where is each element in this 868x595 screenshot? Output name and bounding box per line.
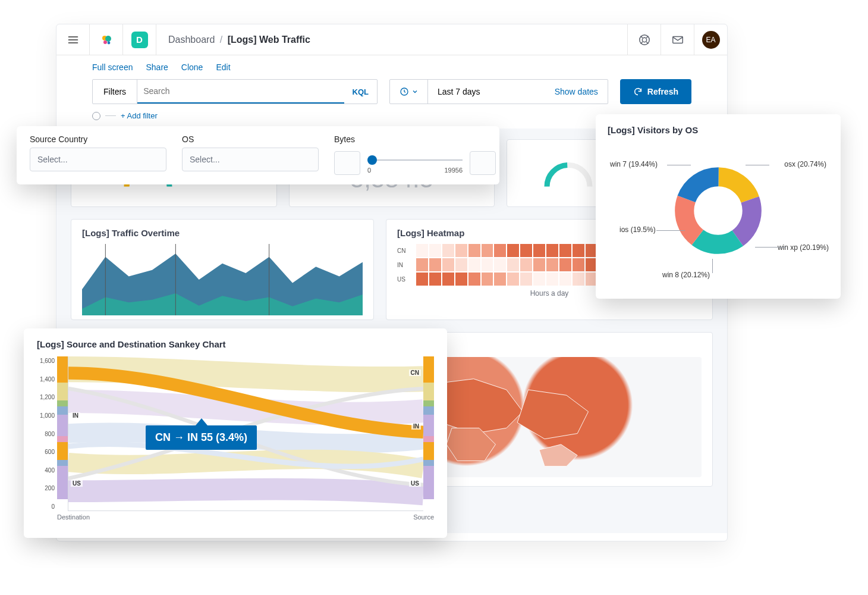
heatmap-cell xyxy=(482,244,493,257)
filter-chip-handle[interactable] xyxy=(92,112,100,120)
source-country-select[interactable]: Select... xyxy=(30,148,166,171)
filters-label[interactable]: Filters xyxy=(93,80,137,104)
sankey-card: [Logs] Source and Destination Sankey Cha… xyxy=(24,328,447,538)
heatmap-cell xyxy=(559,273,571,286)
traffic-chart xyxy=(82,244,363,315)
sankey-title: [Logs] Source and Destination Sankey Cha… xyxy=(37,339,434,349)
donut-label-win7: win 7 (19.44%) xyxy=(610,160,658,168)
full-screen-link[interactable]: Full screen xyxy=(92,62,133,72)
heatmap-cell xyxy=(442,273,454,286)
heatmap-cell xyxy=(468,258,480,271)
breadcrumb-root[interactable]: Dashboard xyxy=(168,35,215,45)
refresh-label: Refresh xyxy=(647,87,678,96)
app-letter-badge: D xyxy=(131,32,148,48)
refresh-button[interactable]: Refresh xyxy=(620,79,691,104)
heatmap-cell xyxy=(533,244,545,257)
sankey-left-nodes xyxy=(57,356,68,511)
brand-logo[interactable] xyxy=(90,24,123,55)
heatmap-cell xyxy=(482,273,493,286)
svg-point-2 xyxy=(103,40,107,44)
heatmap-cell xyxy=(520,273,532,286)
heatmap-cell xyxy=(455,258,467,271)
heatmap-cell xyxy=(482,258,493,271)
os-control: OS Select... xyxy=(182,134,319,176)
share-link[interactable]: Share xyxy=(146,62,168,72)
date-picker[interactable]: Last 7 days Show dates xyxy=(389,79,608,104)
heatmap-ylabel: IN xyxy=(397,258,415,271)
traffic-panel: [Logs] Traffic Overtime xyxy=(71,219,374,320)
query-row: Filters KQL Last 7 days Show dates Refre… xyxy=(56,79,727,111)
slider-knob[interactable] xyxy=(367,155,377,165)
menu-button[interactable] xyxy=(56,24,90,55)
heatmap-cell xyxy=(442,244,454,257)
heatmap-cell xyxy=(507,244,519,257)
heatmap-cell xyxy=(573,244,584,257)
sankey-yaxis: 1,6001,4001,2001,0008006004002000 xyxy=(37,356,57,511)
heatmap-cell xyxy=(546,244,558,257)
bytes-min-input[interactable] xyxy=(334,151,360,175)
clone-link[interactable]: Clone xyxy=(181,62,203,72)
os-label: OS xyxy=(182,134,319,144)
hamburger-icon xyxy=(67,34,79,46)
sankey-plot[interactable]: IN US CN IN US CN → IN 55 (3.4%) xyxy=(68,356,423,511)
heatmap-cell xyxy=(494,258,506,271)
bytes-label: Bytes xyxy=(334,134,496,144)
heatmap-ylabel: CN xyxy=(397,244,415,257)
gauge-3 xyxy=(542,152,595,194)
bytes-max-input[interactable] xyxy=(470,151,496,175)
heatmap-cell xyxy=(416,258,428,271)
search-input[interactable] xyxy=(137,80,344,102)
source-country-control: Source Country Select... xyxy=(30,134,166,176)
elastic-icon xyxy=(99,33,114,47)
donut-chart: win 7 (19.44%) osx (20.74%) win xp (20.1… xyxy=(608,142,829,279)
node-left-in: IN xyxy=(71,412,80,419)
heatmap-cell xyxy=(429,273,441,286)
svg-point-3 xyxy=(107,41,110,44)
date-quick-button[interactable] xyxy=(390,80,428,104)
sankey-tooltip: CN → IN 55 (3.4%) xyxy=(146,425,257,450)
donut-label-win8: win 8 (20.12%) xyxy=(662,271,710,279)
date-range-text: Last 7 days xyxy=(428,87,545,96)
inbox-button[interactable] xyxy=(661,24,694,55)
kql-toggle[interactable]: KQL xyxy=(344,80,377,104)
node-right-in: IN xyxy=(411,423,421,430)
heatmap-cell xyxy=(559,244,571,257)
mail-icon xyxy=(671,33,684,46)
traffic-title: [Logs] Traffic Overtime xyxy=(82,228,363,238)
heatmap-cell xyxy=(416,273,428,286)
lifebuoy-icon xyxy=(638,33,651,46)
edit-link[interactable]: Edit xyxy=(216,62,230,72)
donut-title: [Logs] Visitors by OS xyxy=(608,125,829,135)
app-switcher[interactable]: D xyxy=(123,24,156,55)
heatmap-ylabel: US xyxy=(397,273,415,286)
donut-label-ios: ios (19.5%) xyxy=(619,226,656,234)
heatmap-cell xyxy=(520,244,532,257)
bytes-slider[interactable]: 019956 xyxy=(367,148,463,175)
heatmap-cell xyxy=(455,273,467,286)
heatmap-cell xyxy=(468,244,480,257)
heatmap-cell xyxy=(559,258,571,271)
os-select[interactable]: Select... xyxy=(182,148,319,171)
heatmap-cell xyxy=(533,258,545,271)
heatmap-cell xyxy=(573,258,584,271)
bytes-min: 0 xyxy=(367,167,371,174)
chevron-down-icon xyxy=(411,88,419,95)
heatmap-cell xyxy=(442,258,454,271)
svg-rect-6 xyxy=(672,36,683,43)
filter-controls-card: Source Country Select... OS Select... By… xyxy=(17,126,499,184)
bytes-control: Bytes 019956 xyxy=(334,134,496,176)
sankey-footer: Destination Source xyxy=(37,513,434,521)
heatmap-cell xyxy=(429,258,441,271)
top-bar: D Dashboard / [Logs] Web Traffic EA xyxy=(56,24,727,55)
node-right-cn: CN xyxy=(409,369,421,376)
show-dates-link[interactable]: Show dates xyxy=(545,87,608,96)
heatmap-cell xyxy=(416,244,428,257)
add-filter-link[interactable]: + Add filter xyxy=(121,111,158,120)
help-button[interactable] xyxy=(627,24,661,55)
heatmap-cell xyxy=(429,244,441,257)
heatmap-cell xyxy=(533,273,545,286)
heatmap-cell xyxy=(507,258,519,271)
source-country-label: Source Country xyxy=(30,134,166,144)
user-menu[interactable]: EA xyxy=(694,24,727,55)
heatmap-cell xyxy=(507,273,519,286)
